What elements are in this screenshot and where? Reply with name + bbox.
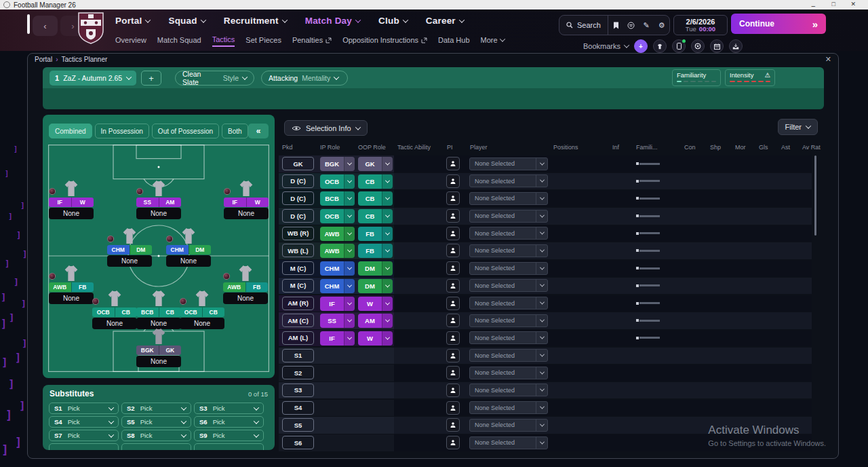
substitute-slot-s5[interactable]: S5Pick	[121, 416, 191, 428]
player-name-label[interactable]: None	[223, 293, 268, 304]
oop-role-badge[interactable]: AM	[159, 198, 182, 207]
oop-role-select[interactable]: FB	[358, 227, 393, 241]
add-tactic-button[interactable]: +	[141, 71, 161, 86]
oop-role-select[interactable]: CB	[358, 209, 393, 223]
collapse-panel-button[interactable]: «	[248, 124, 269, 138]
assistant-icon[interactable]	[623, 16, 639, 35]
player-select[interactable]: None Selected	[469, 174, 548, 187]
picked-position[interactable]: S6	[282, 436, 314, 449]
picked-position[interactable]: D (C)	[282, 209, 314, 223]
ip-role-badge[interactable]: OCB	[180, 307, 202, 317]
oop-role-badge[interactable]: W	[71, 198, 94, 207]
edit-icon[interactable]: ✎	[639, 16, 654, 35]
oop-role-select[interactable]: DM	[358, 279, 393, 293]
pitch-player-amc[interactable]: SSAM None	[135, 179, 182, 219]
player-select[interactable]: None Selected	[469, 436, 548, 449]
menu-career[interactable]: Career	[426, 16, 464, 26]
back-button[interactable]: ‹	[33, 16, 58, 36]
kit-shirt-icon[interactable]	[653, 39, 667, 53]
player-select[interactable]: None Selected	[469, 401, 548, 414]
menu-portal[interactable]: Portal	[115, 16, 150, 26]
picked-position[interactable]: S5	[282, 418, 314, 432]
pitch-player-dc[interactable]: BCBCB None	[135, 289, 182, 329]
ip-role-select[interactable]: BCB	[320, 191, 355, 206]
ip-role-badge[interactable]: CHM	[107, 245, 130, 255]
menu-squad[interactable]: Squad	[168, 16, 205, 26]
substitute-slot-s3[interactable]: S3Pick	[194, 403, 264, 414]
maximize-button[interactable]: □	[832, 1, 835, 7]
oop-role-select[interactable]: FB	[358, 244, 393, 258]
player-select[interactable]: None Selected	[469, 192, 548, 205]
col-shp[interactable]: Shp	[710, 144, 721, 151]
player-name-label[interactable]: None	[107, 255, 152, 267]
oop-role-select[interactable]: AM	[358, 314, 393, 328]
menu-match-day[interactable]: Match Day	[305, 16, 360, 26]
player-instructions-button[interactable]	[446, 349, 460, 362]
player-select[interactable]: None Selected	[469, 297, 548, 310]
ip-role-select[interactable]: CHM	[320, 261, 355, 276]
tab-opposition-instructions[interactable]: Opposition Instructions	[342, 36, 427, 46]
oop-role-badge[interactable]: W	[246, 198, 269, 207]
player-instructions-button[interactable]	[446, 314, 460, 327]
ip-role-badge[interactable]: IF	[49, 198, 71, 207]
col-pi[interactable]: PI	[447, 144, 453, 151]
mentality-select[interactable]: Attacking Mentality	[261, 71, 348, 86]
player-select[interactable]: None Selected	[469, 157, 548, 170]
player-instructions-button[interactable]	[446, 227, 460, 240]
oop-role-badge[interactable]: DM	[189, 245, 212, 255]
oop-role-badge[interactable]: CB	[202, 307, 225, 317]
picked-position[interactable]: AM (C)	[282, 314, 314, 327]
club-crest[interactable]	[77, 12, 105, 44]
oop-role-select[interactable]: CB	[358, 174, 393, 189]
panel-close-icon[interactable]: ✕	[825, 55, 831, 64]
mode-out-of-possession[interactable]: Out of Possession	[152, 124, 219, 138]
calendar-icon[interactable]	[710, 39, 724, 53]
picked-position[interactable]: D (C)	[282, 174, 314, 188]
player-select[interactable]: None Selected	[469, 210, 548, 223]
ip-role-select[interactable]: OCB	[320, 174, 355, 189]
player-select[interactable]: None Selected	[469, 227, 548, 240]
oop-role-badge[interactable]: CB	[115, 307, 138, 317]
ip-role-badge[interactable]: BGK	[136, 345, 159, 355]
inbox-icon[interactable]	[729, 39, 743, 53]
pitch-player-mcr[interactable]: CHMDM None	[165, 227, 212, 267]
substitute-slot-partial[interactable]	[49, 443, 119, 450]
picked-position[interactable]: AM (L)	[282, 331, 314, 345]
col-ast[interactable]: Ast	[781, 144, 790, 151]
breadcrumb-portal[interactable]: Portal	[35, 56, 52, 63]
substitute-slot-s1[interactable]: S1Pick	[49, 403, 119, 414]
tab-penalties[interactable]: Penalties	[292, 36, 332, 46]
substitute-slot-partial[interactable]	[121, 443, 191, 450]
notifications-icon[interactable]: +	[634, 39, 648, 53]
pitch-player-dcr[interactable]: OCBCB None	[178, 289, 226, 329]
picked-position[interactable]: S4	[282, 401, 314, 415]
ip-role-select[interactable]: OCB	[320, 209, 355, 223]
player-instructions-button[interactable]	[446, 297, 460, 310]
picked-position[interactable]: WB (R)	[282, 227, 314, 240]
pitch-player-mcl[interactable]: CHMDM None	[106, 227, 153, 267]
picked-position[interactable]: S1	[282, 349, 314, 362]
player-instructions-button[interactable]	[446, 331, 460, 345]
mode-both[interactable]: Both	[222, 124, 248, 138]
substitute-slot-partial[interactable]	[194, 443, 264, 450]
selection-info-dropdown[interactable]: Selection Info	[284, 120, 368, 136]
col-con[interactable]: Con	[684, 144, 696, 151]
col-gls[interactable]: Gls	[759, 144, 768, 151]
style-select[interactable]: Clean Slate Style	[175, 71, 254, 86]
player-select[interactable]: None Selected	[469, 244, 548, 257]
player-select[interactable]: None Selected	[469, 314, 548, 327]
ip-role-select[interactable]: CHM	[320, 279, 355, 293]
ip-role-select[interactable]: SS	[320, 314, 355, 328]
tactic-select[interactable]: 1 ZaZ - Autumn 2.65	[50, 71, 136, 86]
tab-overview[interactable]: Overview	[115, 36, 146, 46]
col-inf[interactable]: Inf	[612, 144, 619, 151]
player-instructions-button[interactable]	[446, 436, 460, 449]
substitute-slot-s4[interactable]: S4Pick	[49, 416, 119, 428]
player-instructions-button[interactable]	[446, 279, 460, 293]
player-instructions-button[interactable]	[446, 384, 460, 397]
player-name-label[interactable]: None	[136, 356, 181, 367]
tab-tactics[interactable]: Tactics	[212, 35, 235, 47]
tab-set-pieces[interactable]: Set Pieces	[245, 36, 281, 46]
player-name-label[interactable]: None	[166, 255, 211, 267]
col-tactic-ability[interactable]: Tactic Ability	[397, 144, 431, 151]
